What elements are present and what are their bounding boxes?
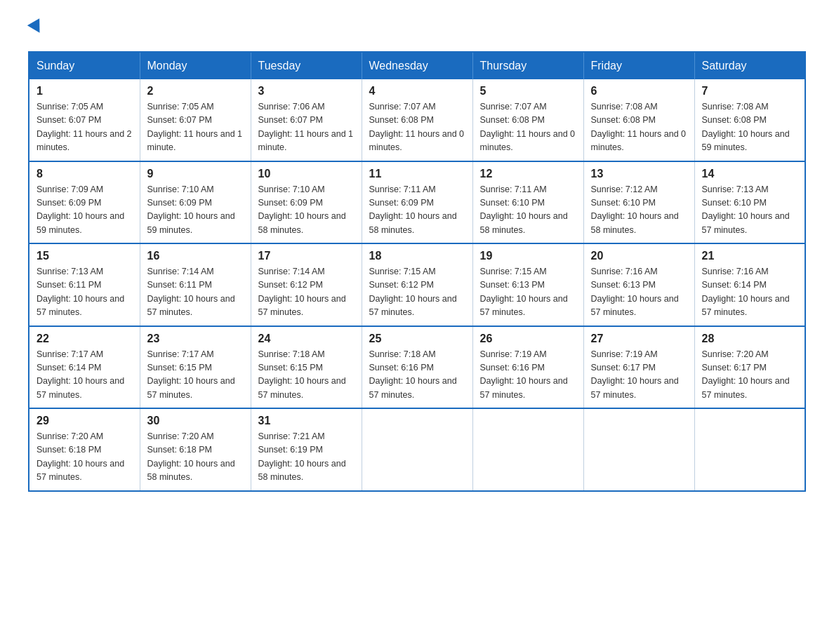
- day-info: Sunrise: 7:16 AMSunset: 6:13 PMDaylight:…: [591, 265, 687, 320]
- day-number: 26: [480, 333, 576, 345]
- day-number: 4: [369, 85, 465, 98]
- calendar-day-cell: 2Sunrise: 7:05 AMSunset: 6:07 PMDaylight…: [140, 79, 251, 161]
- day-info: Sunrise: 7:14 AMSunset: 6:11 PMDaylight:…: [147, 265, 244, 320]
- day-info: Sunrise: 7:05 AMSunset: 6:07 PMDaylight:…: [37, 100, 133, 155]
- calendar-day-cell: 18Sunrise: 7:15 AMSunset: 6:12 PMDayligh…: [362, 243, 472, 326]
- day-number: 8: [37, 168, 133, 180]
- calendar-day-cell: [472, 408, 583, 491]
- day-info: Sunrise: 7:16 AMSunset: 6:14 PMDaylight:…: [702, 265, 798, 320]
- day-info: Sunrise: 7:21 AMSunset: 6:19 PMDaylight:…: [258, 430, 355, 485]
- day-number: 24: [258, 333, 355, 345]
- calendar-day-cell: 14Sunrise: 7:13 AMSunset: 6:10 PMDayligh…: [694, 161, 805, 244]
- day-number: 1: [37, 85, 133, 98]
- calendar-day-cell: 13Sunrise: 7:12 AMSunset: 6:10 PMDayligh…: [583, 161, 694, 244]
- calendar-day-cell: 28Sunrise: 7:20 AMSunset: 6:17 PMDayligh…: [694, 326, 805, 409]
- day-number: 22: [37, 333, 133, 345]
- calendar-table: SundayMondayTuesdayWednesdayThursdayFrid…: [28, 51, 806, 492]
- calendar-week-row: 15Sunrise: 7:13 AMSunset: 6:11 PMDayligh…: [29, 243, 805, 326]
- day-info: Sunrise: 7:09 AMSunset: 6:09 PMDaylight:…: [37, 183, 133, 238]
- calendar-day-cell: 4Sunrise: 7:07 AMSunset: 6:08 PMDaylight…: [362, 79, 472, 161]
- calendar-day-cell: 22Sunrise: 7:17 AMSunset: 6:14 PMDayligh…: [29, 326, 140, 409]
- weekday-header-monday: Monday: [140, 52, 251, 79]
- calendar-week-row: 8Sunrise: 7:09 AMSunset: 6:09 PMDaylight…: [29, 161, 805, 244]
- day-number: 7: [702, 85, 798, 98]
- calendar-week-row: 22Sunrise: 7:17 AMSunset: 6:14 PMDayligh…: [29, 326, 805, 409]
- calendar-day-cell: 31Sunrise: 7:21 AMSunset: 6:19 PMDayligh…: [251, 408, 362, 491]
- day-number: 28: [702, 333, 798, 345]
- logo: [28, 21, 44, 37]
- calendar-day-cell: 3Sunrise: 7:06 AMSunset: 6:07 PMDaylight…: [251, 79, 362, 161]
- calendar-day-cell: 21Sunrise: 7:16 AMSunset: 6:14 PMDayligh…: [694, 243, 805, 326]
- day-info: Sunrise: 7:18 AMSunset: 6:16 PMDaylight:…: [369, 348, 465, 403]
- calendar-day-cell: 26Sunrise: 7:19 AMSunset: 6:16 PMDayligh…: [472, 326, 583, 409]
- day-number: 29: [37, 415, 133, 427]
- day-info: Sunrise: 7:10 AMSunset: 6:09 PMDaylight:…: [147, 183, 244, 238]
- day-number: 25: [369, 333, 465, 345]
- weekday-header-thursday: Thursday: [472, 52, 583, 79]
- calendar-day-cell: [362, 408, 472, 491]
- calendar-day-cell: 6Sunrise: 7:08 AMSunset: 6:08 PMDaylight…: [583, 79, 694, 161]
- calendar-week-row: 29Sunrise: 7:20 AMSunset: 6:18 PMDayligh…: [29, 408, 805, 491]
- day-info: Sunrise: 7:10 AMSunset: 6:09 PMDaylight:…: [258, 183, 355, 238]
- day-number: 2: [147, 85, 244, 98]
- day-info: Sunrise: 7:14 AMSunset: 6:12 PMDaylight:…: [258, 265, 355, 320]
- day-info: Sunrise: 7:17 AMSunset: 6:15 PMDaylight:…: [147, 348, 244, 403]
- day-info: Sunrise: 7:19 AMSunset: 6:17 PMDaylight:…: [591, 348, 687, 403]
- calendar-day-cell: 8Sunrise: 7:09 AMSunset: 6:09 PMDaylight…: [29, 161, 140, 244]
- day-info: Sunrise: 7:17 AMSunset: 6:14 PMDaylight:…: [37, 348, 133, 403]
- calendar-day-cell: 24Sunrise: 7:18 AMSunset: 6:15 PMDayligh…: [251, 326, 362, 409]
- calendar-day-cell: [583, 408, 694, 491]
- day-number: 27: [591, 333, 687, 345]
- calendar-day-cell: 15Sunrise: 7:13 AMSunset: 6:11 PMDayligh…: [29, 243, 140, 326]
- day-number: 17: [258, 250, 355, 262]
- day-number: 23: [147, 333, 244, 345]
- day-info: Sunrise: 7:07 AMSunset: 6:08 PMDaylight:…: [369, 100, 465, 155]
- day-info: Sunrise: 7:11 AMSunset: 6:10 PMDaylight:…: [480, 183, 576, 238]
- day-info: Sunrise: 7:18 AMSunset: 6:15 PMDaylight:…: [258, 348, 355, 403]
- day-number: 6: [591, 85, 687, 98]
- calendar-day-cell: 30Sunrise: 7:20 AMSunset: 6:18 PMDayligh…: [140, 408, 251, 491]
- day-number: 15: [37, 250, 133, 262]
- day-info: Sunrise: 7:07 AMSunset: 6:08 PMDaylight:…: [480, 100, 576, 155]
- day-info: Sunrise: 7:20 AMSunset: 6:18 PMDaylight:…: [147, 430, 244, 485]
- day-info: Sunrise: 7:13 AMSunset: 6:11 PMDaylight:…: [37, 265, 133, 320]
- day-info: Sunrise: 7:08 AMSunset: 6:08 PMDaylight:…: [702, 100, 798, 155]
- day-info: Sunrise: 7:13 AMSunset: 6:10 PMDaylight:…: [702, 183, 798, 238]
- day-info: Sunrise: 7:15 AMSunset: 6:12 PMDaylight:…: [369, 265, 465, 320]
- day-info: Sunrise: 7:12 AMSunset: 6:10 PMDaylight:…: [591, 183, 687, 238]
- day-number: 5: [480, 85, 576, 98]
- day-number: 16: [147, 250, 244, 262]
- logo-triangle-icon: [27, 18, 46, 36]
- day-info: Sunrise: 7:05 AMSunset: 6:07 PMDaylight:…: [147, 100, 244, 155]
- calendar-day-cell: 20Sunrise: 7:16 AMSunset: 6:13 PMDayligh…: [583, 243, 694, 326]
- day-info: Sunrise: 7:20 AMSunset: 6:18 PMDaylight:…: [37, 430, 133, 485]
- day-info: Sunrise: 7:06 AMSunset: 6:07 PMDaylight:…: [258, 100, 355, 155]
- day-number: 14: [702, 168, 798, 180]
- weekday-header-wednesday: Wednesday: [362, 52, 472, 79]
- calendar-day-cell: 7Sunrise: 7:08 AMSunset: 6:08 PMDaylight…: [694, 79, 805, 161]
- day-number: 10: [258, 168, 355, 180]
- day-number: 18: [369, 250, 465, 262]
- day-number: 11: [369, 168, 465, 180]
- day-info: Sunrise: 7:15 AMSunset: 6:13 PMDaylight:…: [480, 265, 576, 320]
- weekday-header-sunday: Sunday: [29, 52, 140, 79]
- day-number: 21: [702, 250, 798, 262]
- calendar-day-cell: 27Sunrise: 7:19 AMSunset: 6:17 PMDayligh…: [583, 326, 694, 409]
- calendar-day-cell: 25Sunrise: 7:18 AMSunset: 6:16 PMDayligh…: [362, 326, 472, 409]
- day-info: Sunrise: 7:19 AMSunset: 6:16 PMDaylight:…: [480, 348, 576, 403]
- day-info: Sunrise: 7:08 AMSunset: 6:08 PMDaylight:…: [591, 100, 687, 155]
- day-number: 20: [591, 250, 687, 262]
- calendar-week-row: 1Sunrise: 7:05 AMSunset: 6:07 PMDaylight…: [29, 79, 805, 161]
- day-number: 3: [258, 85, 355, 98]
- calendar-day-cell: 23Sunrise: 7:17 AMSunset: 6:15 PMDayligh…: [140, 326, 251, 409]
- weekday-header-tuesday: Tuesday: [251, 52, 362, 79]
- weekday-header-row: SundayMondayTuesdayWednesdayThursdayFrid…: [29, 52, 805, 79]
- weekday-header-saturday: Saturday: [694, 52, 805, 79]
- calendar-day-cell: 17Sunrise: 7:14 AMSunset: 6:12 PMDayligh…: [251, 243, 362, 326]
- calendar-day-cell: 16Sunrise: 7:14 AMSunset: 6:11 PMDayligh…: [140, 243, 251, 326]
- day-info: Sunrise: 7:20 AMSunset: 6:17 PMDaylight:…: [702, 348, 798, 403]
- calendar-day-cell: 12Sunrise: 7:11 AMSunset: 6:10 PMDayligh…: [472, 161, 583, 244]
- calendar-day-cell: 29Sunrise: 7:20 AMSunset: 6:18 PMDayligh…: [29, 408, 140, 491]
- day-number: 30: [147, 415, 244, 427]
- calendar-day-cell: 9Sunrise: 7:10 AMSunset: 6:09 PMDaylight…: [140, 161, 251, 244]
